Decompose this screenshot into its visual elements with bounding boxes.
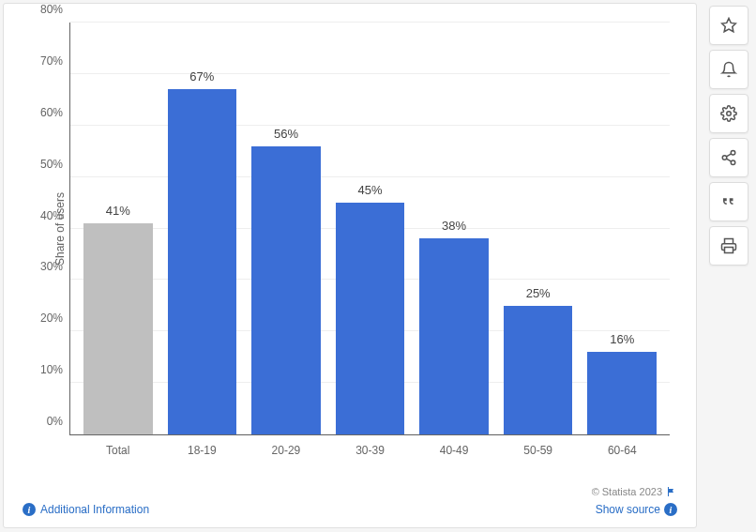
show-source-label: Show source [596,503,660,516]
bar[interactable]: 41% [83,223,153,434]
share-icon [720,149,737,166]
bar-value-label: 67% [189,69,214,84]
bar[interactable]: 16% [587,352,657,434]
x-tick-label: 60-64 [608,444,637,457]
cite-button[interactable] [709,182,748,221]
x-tick-label: 40-49 [440,444,469,457]
bar-wrap: 16%60-64 [580,23,664,434]
y-tick-label: 0% [47,415,70,428]
quote-icon [720,193,737,210]
bar[interactable]: 25% [504,306,573,434]
svg-point-2 [731,151,735,156]
info-icon: i [664,503,677,516]
additional-info-label: Additional Information [40,503,149,516]
svg-point-4 [731,160,735,165]
bar-value-label: 45% [358,183,383,197]
svg-line-5 [726,159,731,161]
bar-group: 41%Total67%18-1956%20-2945%30-3938%40-49… [70,23,670,434]
y-tick-label: 40% [40,209,70,222]
bell-icon [720,61,737,78]
y-tick-label: 60% [40,106,70,119]
svg-point-1 [727,112,732,116]
y-axis-title: Share of users [53,191,67,265]
x-tick-label: 30-39 [355,444,385,457]
bar-wrap: 67%18-19 [160,23,245,434]
bar-value-label: 38% [442,219,466,233]
info-icon: i [23,503,36,516]
bar[interactable]: 67% [168,89,237,434]
bar-wrap: 25%50-59 [496,23,581,434]
additional-info-link[interactable]: i Additional Information [23,503,149,516]
bar-wrap: 56%20-29 [244,23,328,434]
share-button[interactable] [709,138,748,177]
x-tick-label: 20-29 [272,444,301,457]
settings-button[interactable] [709,94,748,133]
x-tick-label: Total [106,444,129,457]
bar-value-label: 25% [526,286,551,300]
print-icon [720,237,737,254]
x-tick-label: 18-19 [188,444,217,457]
y-tick-label: 80% [40,3,70,16]
svg-rect-7 [725,248,733,253]
gear-icon [720,105,737,122]
side-toolbar [709,6,748,266]
copyright-text: © Statista 2023 [592,486,677,497]
alert-button[interactable] [709,50,748,89]
favorite-button[interactable] [709,6,748,45]
bar[interactable]: 38% [419,238,489,434]
bar-wrap: 45%30-39 [328,23,413,434]
y-tick-label: 50% [40,158,70,171]
bar-wrap: 38%40-49 [412,23,496,434]
bar[interactable]: 45% [336,203,405,434]
bar-value-label: 16% [610,332,634,346]
svg-point-3 [722,156,727,160]
x-tick-label: 50-59 [523,444,552,457]
print-button[interactable] [709,226,748,266]
bar-wrap: 41%Total [76,23,160,434]
svg-line-6 [726,154,731,157]
y-tick-label: 30% [40,260,70,273]
show-source-link[interactable]: Show source i [592,503,677,516]
chart-footer: i Additional Information © Statista 2023… [23,486,677,516]
svg-marker-0 [722,19,736,32]
bar-value-label: 56% [274,127,298,141]
bar-value-label: 41% [106,204,130,218]
chart-card: Share of users 0%10%20%30%40%50%60%70%80… [3,3,697,528]
star-icon [720,17,737,34]
flag-icon[interactable] [666,486,677,497]
y-tick-label: 20% [40,312,70,325]
bar[interactable]: 56% [251,146,321,434]
plot-area: Share of users 0%10%20%30%40%50%60%70%80… [69,23,670,435]
y-tick-label: 10% [40,363,70,376]
y-tick-label: 70% [40,54,70,68]
